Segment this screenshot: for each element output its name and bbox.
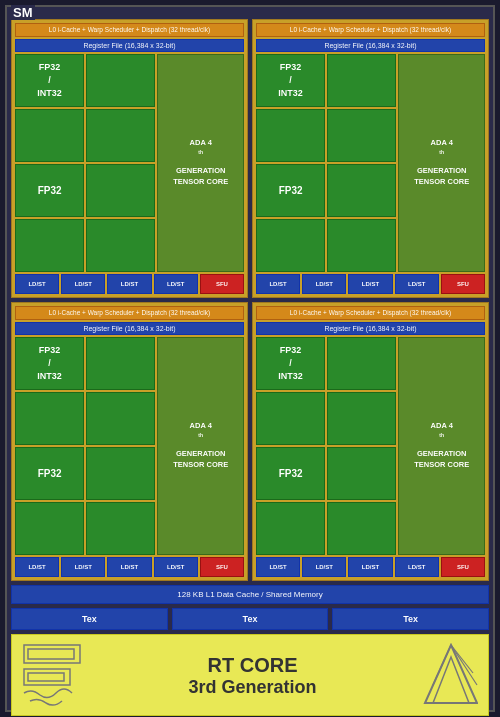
- cuda-cell-3-4: [86, 447, 155, 500]
- sfu-3: SFU: [200, 557, 244, 577]
- ldst-3-4: LD/ST: [154, 557, 198, 577]
- cuda-cell-1-5: [15, 219, 84, 272]
- bottom-units-4: LD/ST LD/ST LD/ST LD/ST SFU: [256, 557, 485, 577]
- cuda-cell-4-2: [256, 392, 325, 445]
- ldst-1-1: LD/ST: [15, 274, 59, 294]
- fp32-int32-2: FP32/INT32: [256, 54, 325, 107]
- fp32-3: FP32: [15, 447, 84, 500]
- ldst-3-1: LD/ST: [15, 557, 59, 577]
- tensor-core-2: ADA 4thGENERATIONTENSOR CORE: [398, 54, 485, 272]
- fp32-2: FP32: [256, 164, 325, 217]
- sm-container: SM L0 i-Cache + Warp Scheduler + Dispatc…: [5, 5, 495, 712]
- cuda-area-1: FP32/INT32 FP32 ADA 4thGENERATIONTENSOR …: [15, 54, 244, 272]
- ldst-4-4: LD/ST: [395, 557, 439, 577]
- tex-row: Tex Tex Tex: [11, 608, 489, 630]
- bottom-units-2: LD/ST LD/ST LD/ST LD/ST SFU: [256, 274, 485, 294]
- ldst-1-4: LD/ST: [154, 274, 198, 294]
- bottom-units-1: LD/ST LD/ST LD/ST LD/ST SFU: [15, 274, 244, 294]
- left-units-3: FP32/INT32 FP32: [15, 337, 155, 555]
- fp32-int32-3: FP32/INT32: [15, 337, 84, 390]
- quadrant-1: L0 i-Cache + Warp Scheduler + Dispatch (…: [11, 19, 248, 298]
- fp32-int32-1: FP32/INT32: [15, 54, 84, 107]
- bottom-units-3: LD/ST LD/ST LD/ST LD/ST SFU: [15, 557, 244, 577]
- cuda-cell-4-4: [327, 447, 396, 500]
- tex-2: Tex: [172, 608, 329, 630]
- left-units-1: FP32/INT32 FP32: [15, 54, 155, 272]
- rt-left-svg: [22, 643, 82, 708]
- cuda-cell-4-1: [327, 337, 396, 390]
- cuda-cell-2-5: [256, 219, 325, 272]
- cuda-cell-3-1: [86, 337, 155, 390]
- cuda-cell-4-3: [327, 392, 396, 445]
- cuda-grid-1: FP32/INT32 FP32: [15, 54, 155, 272]
- quadrant-2: L0 i-Cache + Warp Scheduler + Dispatch (…: [252, 19, 489, 298]
- ldst-3-3: LD/ST: [107, 557, 151, 577]
- cuda-cell-2-2: [256, 109, 325, 162]
- left-units-2: FP32/INT32 FP32: [256, 54, 396, 272]
- ldst-2-3: LD/ST: [348, 274, 392, 294]
- sfu-2: SFU: [441, 274, 485, 294]
- register-file-3: Register File (16,384 x 32-bit): [15, 322, 244, 335]
- cuda-cell-1-2: [15, 109, 84, 162]
- tex-3: Tex: [332, 608, 489, 630]
- cuda-grid-4: FP32/INT32 FP32: [256, 337, 396, 555]
- rt-core-area: RT CORE 3rd Generation: [11, 634, 489, 716]
- cuda-cell-1-6: [86, 219, 155, 272]
- svg-rect-3: [28, 673, 64, 681]
- cuda-cell-3-2: [15, 392, 84, 445]
- register-file-2: Register File (16,384 x 32-bit): [256, 39, 485, 52]
- tensor-core-3: ADA 4thGENERATIONTENSOR CORE: [157, 337, 244, 555]
- rt-core-title: RT CORE: [82, 653, 423, 677]
- svg-rect-1: [28, 649, 74, 659]
- cuda-cell-2-4: [327, 164, 396, 217]
- register-file-4: Register File (16,384 x 32-bit): [256, 322, 485, 335]
- cuda-grid-3: FP32/INT32 FP32: [15, 337, 155, 555]
- cuda-cell-3-3: [86, 392, 155, 445]
- fp32-4: FP32: [256, 447, 325, 500]
- register-file-1: Register File (16,384 x 32-bit): [15, 39, 244, 52]
- cuda-cell-4-6: [327, 502, 396, 555]
- cuda-cell-2-6: [327, 219, 396, 272]
- rt-core-text: RT CORE 3rd Generation: [82, 653, 423, 698]
- warp-scheduler-3: L0 i-Cache + Warp Scheduler + Dispatch (…: [15, 306, 244, 320]
- sfu-1: SFU: [200, 274, 244, 294]
- fp32-1: FP32: [15, 164, 84, 217]
- ldst-2-2: LD/ST: [302, 274, 346, 294]
- cuda-cell-3-5: [15, 502, 84, 555]
- left-units-4: FP32/INT32 FP32: [256, 337, 396, 555]
- cuda-area-2: FP32/INT32 FP32 ADA 4thGENERATIONTENSOR …: [256, 54, 485, 272]
- quadrant-3: L0 i-Cache + Warp Scheduler + Dispatch (…: [11, 302, 248, 581]
- ldst-4-3: LD/ST: [348, 557, 392, 577]
- cuda-cell-1-1: [86, 54, 155, 107]
- warp-scheduler-1: L0 i-Cache + Warp Scheduler + Dispatch (…: [15, 23, 244, 37]
- rt-diagram-left: [22, 643, 82, 708]
- rt-core-sub: 3rd Generation: [82, 677, 423, 698]
- warp-scheduler-2: L0 i-Cache + Warp Scheduler + Dispatch (…: [256, 23, 485, 37]
- l1-cache-bar: 128 KB L1 Data Cache / Shared Memory: [11, 585, 489, 604]
- quadrant-4: L0 i-Cache + Warp Scheduler + Dispatch (…: [252, 302, 489, 581]
- cuda-area-4: FP32/INT32 FP32 ADA 4thGENERATIONTENSOR …: [256, 337, 485, 555]
- warp-scheduler-4: L0 i-Cache + Warp Scheduler + Dispatch (…: [256, 306, 485, 320]
- cuda-cell-1-4: [86, 164, 155, 217]
- cuda-grid-2: FP32/INT32 FP32: [256, 54, 396, 272]
- cuda-cell-2-1: [327, 54, 396, 107]
- sm-label: SM: [11, 5, 35, 20]
- ldst-4-2: LD/ST: [302, 557, 346, 577]
- rt-diagram-right: [423, 643, 478, 708]
- ldst-2-4: LD/ST: [395, 274, 439, 294]
- ldst-3-2: LD/ST: [61, 557, 105, 577]
- svg-rect-0: [24, 645, 80, 663]
- svg-rect-2: [24, 669, 70, 685]
- ldst-4-1: LD/ST: [256, 557, 300, 577]
- sfu-4: SFU: [441, 557, 485, 577]
- ldst-1-3: LD/ST: [107, 274, 151, 294]
- cuda-cell-3-6: [86, 502, 155, 555]
- ldst-1-2: LD/ST: [61, 274, 105, 294]
- tensor-core-1: ADA 4thGENERATIONTENSOR CORE: [157, 54, 244, 272]
- tex-1: Tex: [11, 608, 168, 630]
- fp32-int32-4: FP32/INT32: [256, 337, 325, 390]
- ldst-2-1: LD/ST: [256, 274, 300, 294]
- tensor-core-4: ADA 4thGENERATIONTENSOR CORE: [398, 337, 485, 555]
- quadrant-grid: L0 i-Cache + Warp Scheduler + Dispatch (…: [11, 19, 489, 581]
- cuda-cell-4-5: [256, 502, 325, 555]
